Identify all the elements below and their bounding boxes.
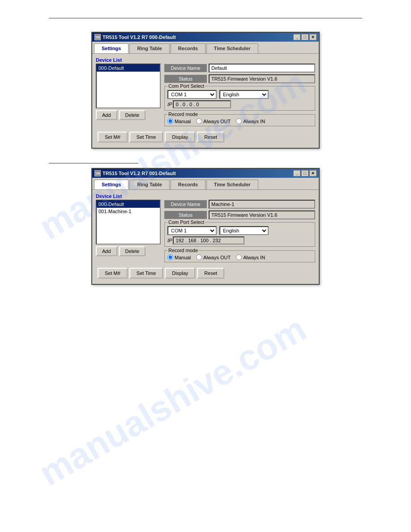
title-controls-1[interactable]: _ □ ✕ (293, 34, 317, 40)
radio-manual-1[interactable]: Manual (167, 118, 191, 124)
tab-timescheduler-1[interactable]: Time Scheduler (206, 43, 258, 53)
maximize-btn-1[interactable]: □ (301, 34, 308, 40)
bottom-buttons-1: Set M# Set Time Display Reset (96, 130, 315, 144)
radio-alwaysin-input-1[interactable] (236, 118, 242, 124)
device-listbox-2[interactable]: 000-Default 001-Machine-1 (96, 200, 161, 245)
radio-row-1: Manual Always OUT Always IN (167, 118, 312, 124)
right-panel-1: Device Name Status Com Port Select (164, 64, 315, 127)
delete-button-2[interactable]: Delete (119, 246, 146, 256)
minimize-btn-2[interactable]: _ (293, 170, 300, 176)
radio-alwaysout-input-1[interactable] (196, 118, 202, 124)
device-name-label-2: Device Name (164, 200, 207, 208)
main-row-1: 000-Default Add Delete Device Name (96, 64, 315, 127)
radio-always-out-1[interactable]: Always OUT (196, 118, 231, 124)
device-name-input-2[interactable] (209, 200, 315, 209)
left-panel-1: 000-Default Add Delete (96, 64, 161, 127)
settime-button-1[interactable]: Set Time (129, 132, 163, 142)
reset-button-1[interactable]: Reset (197, 132, 224, 142)
ip-row-2: IP (167, 236, 312, 245)
tab-settings-2[interactable]: Settings (94, 180, 128, 189)
com-port-group-1: Com Port Select COM 1 English IP (164, 86, 315, 111)
minimize-btn-1[interactable]: _ (293, 34, 300, 40)
status-label-1: Status (164, 75, 207, 83)
title-bar-left-2: TR TR515 Tool V1.2 R7 001-Default (94, 170, 176, 176)
title-bar-left-1: TR TR515 Tool V1.2 R7 000-Default (94, 34, 176, 40)
right-panel-2: Device Name Status Com Port Select (164, 200, 315, 263)
add-delete-row-2: Add Delete (96, 246, 161, 256)
title-text-2: TR515 Tool V1.2 R7 001-Default (103, 171, 176, 176)
com-port-select-2[interactable]: COM 1 (167, 226, 217, 235)
radio-always-in-2[interactable]: Always IN (236, 254, 265, 260)
ip-label-2: IP (167, 238, 172, 243)
device-list-label-1: Device List (96, 57, 315, 63)
content-area-2: Device List 000-Default 001-Machine-1 Ad… (92, 189, 319, 284)
tab-records-2[interactable]: Records (171, 180, 206, 189)
section-note (49, 162, 138, 163)
device-name-row-1: Device Name (164, 64, 315, 73)
record-legend-1: Record mode (167, 112, 199, 117)
tab-bar-2: Settings Ring Table Records Time Schedul… (92, 178, 319, 189)
add-button-2[interactable]: Add (96, 246, 117, 256)
window1: TR TR515 Tool V1.2 R7 000-Default _ □ ✕ … (91, 32, 320, 149)
device-item-1-0[interactable]: 000-Default (97, 64, 160, 72)
left-panel-2: 000-Default 001-Machine-1 Add Delete (96, 200, 161, 263)
device-name-input-1[interactable] (209, 64, 315, 73)
tab-records-1[interactable]: Records (171, 43, 206, 53)
device-list-label-2: Device List (96, 193, 315, 199)
radio-always-in-1[interactable]: Always IN (236, 118, 265, 124)
com-port-select-1[interactable]: COM 1 (167, 90, 217, 99)
ip-input-1[interactable] (173, 100, 231, 108)
device-name-row-2: Device Name (164, 200, 315, 209)
settime-button-2[interactable]: Set Time (129, 268, 163, 279)
display-button-2[interactable]: Display (165, 268, 195, 279)
ip-input-2[interactable] (173, 236, 244, 245)
com-port-legend-2: Com Port Select (167, 219, 205, 225)
tab-bar-1: Settings Ring Table Records Time Schedul… (92, 42, 319, 53)
radio-alwaysout-input-2[interactable] (196, 254, 202, 260)
tab-ringtable-1[interactable]: Ring Table (129, 43, 169, 53)
add-delete-row-1: Add Delete (96, 110, 161, 120)
title-bar-1: TR TR515 Tool V1.2 R7 000-Default _ □ ✕ (92, 33, 319, 42)
tab-settings-1[interactable]: Settings (94, 43, 128, 53)
language-select-2[interactable]: English (219, 226, 269, 235)
language-select-1[interactable]: English (219, 90, 269, 99)
com-port-group-2: Com Port Select COM 1 English IP (164, 222, 315, 247)
display-button-1[interactable]: Display (165, 132, 195, 142)
close-btn-1[interactable]: ✕ (309, 34, 317, 40)
app-icon-2: TR (94, 170, 101, 176)
watermark-2: manualshive.com (32, 308, 313, 494)
setm-button-2[interactable]: Set M# (98, 268, 128, 279)
com-row-1: COM 1 English (167, 90, 312, 99)
status-row-1: Status (164, 74, 315, 83)
device-item-2-1[interactable]: 001-Machine-1 (97, 208, 160, 215)
tab-ringtable-2[interactable]: Ring Table (129, 180, 169, 189)
radio-always-out-2[interactable]: Always OUT (196, 254, 231, 260)
radio-manual-input-2[interactable] (167, 254, 173, 260)
radio-row-2: Manual Always OUT Always IN (167, 254, 312, 260)
content-area-1: Device List 000-Default Add Delete (92, 53, 319, 148)
ip-label-1: IP (167, 102, 172, 107)
device-listbox-1[interactable]: 000-Default (96, 64, 161, 108)
title-controls-2[interactable]: _ □ ✕ (293, 170, 317, 176)
radio-alwaysin-input-2[interactable] (236, 254, 242, 260)
device-item-2-0[interactable]: 000-Default (97, 201, 160, 208)
status-input-1 (209, 74, 315, 83)
status-label-2: Status (164, 211, 207, 219)
bottom-buttons-2: Set M# Set Time Display Reset (96, 266, 315, 280)
close-btn-2[interactable]: ✕ (309, 170, 317, 176)
reset-button-2[interactable]: Reset (197, 268, 224, 279)
add-button-1[interactable]: Add (96, 110, 117, 120)
window2-wrapper: TR TR515 Tool V1.2 R7 001-Default _ □ ✕ … (0, 168, 411, 285)
maximize-btn-2[interactable]: □ (301, 170, 308, 176)
radio-manual-input-1[interactable] (167, 118, 173, 124)
radio-manual-2[interactable]: Manual (167, 254, 191, 260)
device-name-label-1: Device Name (164, 64, 207, 72)
ip-row-1: IP (167, 100, 312, 108)
setm-button-1[interactable]: Set M# (98, 132, 128, 142)
tab-timescheduler-2[interactable]: Time Scheduler (206, 180, 258, 189)
record-legend-2: Record mode (167, 248, 199, 253)
com-row-2: COM 1 English (167, 226, 312, 235)
delete-button-1[interactable]: Delete (119, 110, 146, 120)
status-row-2: Status (164, 210, 315, 219)
page-container: manualshive.com manualshive.com TR TR515… (0, 0, 411, 532)
